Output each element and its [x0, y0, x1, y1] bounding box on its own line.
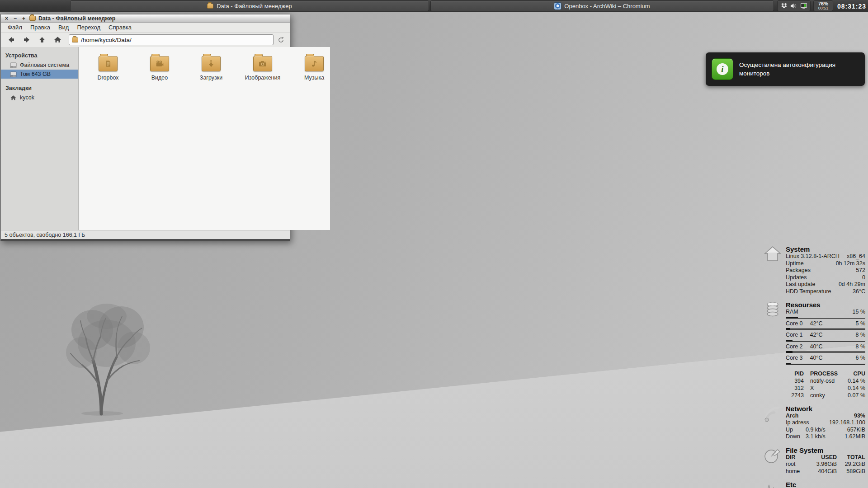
notification-message: Осуществлена автоконфигурация мониторов: [739, 61, 852, 78]
statusbar: 5 объектов, свободно 166,1 ГБ: [1, 230, 290, 239]
folder-label: Видео: [151, 75, 168, 81]
file-view: Dropbox Видео: [79, 47, 330, 230]
up-icon: [38, 36, 46, 43]
camera-emblem-icon: [258, 60, 267, 68]
menu-edit[interactable]: Правка: [27, 23, 53, 32]
volume-icon[interactable]: [790, 3, 797, 9]
conky-section-title: Etc: [786, 481, 865, 488]
conky-resources-section: Resourses RAM15 % Core 042°C5 % Core 142…: [763, 301, 865, 366]
sidebar-item-label: Том 643 GB: [20, 71, 51, 77]
menu-file[interactable]: Файл: [5, 23, 25, 32]
core3-bar: [786, 363, 865, 365]
forward-icon: [23, 36, 30, 43]
maximize-icon[interactable]: +: [21, 16, 27, 21]
sidebar-item-label: kycok: [20, 94, 34, 101]
folder-label: Изображения: [245, 75, 281, 81]
up-button[interactable]: [35, 34, 49, 46]
system-tray: [778, 1, 810, 11]
menu-view[interactable]: Вид: [55, 23, 72, 32]
folder-item-video[interactable]: Видео: [144, 56, 175, 81]
conky-etc-section: Etc 1 new messages in main: [763, 481, 865, 488]
folder-item-pictures[interactable]: Изображения: [247, 56, 278, 81]
home-icon: [54, 36, 61, 43]
back-icon: [8, 36, 15, 43]
conky-network-section: Network Arch93% Ip adress192.168.1.100 U…: [763, 405, 865, 441]
devices-header: Устройства: [1, 51, 78, 61]
folder-icon: [29, 16, 36, 21]
home-button[interactable]: [51, 34, 64, 46]
taskbar-item-label: Openbox - ArchWiki – Chromium: [564, 3, 650, 9]
folder-item-downloads[interactable]: Загрузки: [195, 56, 227, 81]
conky-monitor: System Linux 3.12.8-1-ARCHx86_64 Uptime0…: [763, 245, 865, 488]
menubar: Файл Правка Вид Переход Справка: [1, 23, 290, 33]
toolbar: [1, 33, 290, 47]
conky-section-title: Network: [786, 405, 865, 413]
menu-go[interactable]: Переход: [74, 23, 104, 32]
sidebar-item-filesystem[interactable]: Файловая система: [1, 61, 78, 70]
menu-help[interactable]: Справка: [105, 23, 135, 32]
taskbar-item-label: Data - Файловый менеджер: [217, 3, 292, 9]
sidebar: Устройства Файловая система Том 643 GB: [1, 47, 79, 230]
folder-icon: [207, 4, 213, 9]
reload-button[interactable]: [275, 34, 286, 45]
music-note-emblem-icon: [310, 60, 318, 68]
top-panel: Data - Файловый менеджер Openbox - ArchW…: [0, 0, 868, 12]
battery-indicator[interactable]: 76% 00:51: [814, 1, 833, 11]
folder-label: Dropbox: [97, 75, 118, 81]
core1-bar: [786, 340, 865, 342]
forward-button[interactable]: [20, 34, 33, 46]
folder-icon: [202, 56, 221, 71]
folder-item-dropbox[interactable]: Dropbox: [92, 56, 124, 81]
bookmarks-header: Закладки: [1, 83, 78, 93]
battery-time: 00:51: [818, 6, 829, 10]
path-bar: [69, 34, 274, 45]
pulse-icon: [763, 481, 782, 488]
folder-item-music[interactable]: Музыка: [298, 56, 330, 81]
cpu-icon: [763, 301, 782, 366]
statusbar-text: 5 объектов, свободно 166,1 ГБ: [5, 232, 85, 238]
sidebar-item-home[interactable]: kycok: [1, 93, 78, 102]
conky-system-section: System Linux 3.12.8-1-ARCHx86_64 Uptime0…: [763, 245, 865, 295]
reload-icon: [278, 37, 284, 43]
info-icon: i: [712, 59, 733, 80]
path-input[interactable]: [81, 37, 270, 43]
clock: 08:31:23: [837, 0, 866, 12]
house-icon: [763, 245, 782, 295]
folder-icon: [150, 56, 169, 71]
core2-bar: [786, 351, 865, 353]
folder-icon: [253, 56, 272, 71]
document-emblem-icon: [104, 60, 112, 68]
folder-icon: [305, 56, 324, 71]
drive-icon: [10, 71, 17, 77]
window-title: Data - Файловый менеджер: [38, 15, 115, 22]
battery-percent: 76%: [818, 1, 828, 6]
conky-section-title: File System: [786, 446, 865, 454]
conky-section-title: Resourses: [786, 301, 865, 309]
close-icon[interactable]: ×: [4, 16, 9, 21]
wallpaper-tree: [63, 298, 158, 420]
folder-icon: [72, 38, 78, 42]
core0-bar: [786, 328, 865, 330]
network-icon: [763, 405, 782, 441]
drive-icon: [10, 62, 17, 68]
window-titlebar[interactable]: × − + Data - Файловый менеджер: [1, 14, 290, 23]
display-monitor-icon[interactable]: [800, 3, 807, 9]
disk-pie-icon: [763, 446, 782, 475]
dropbox-icon[interactable]: [781, 3, 788, 9]
notification-popup[interactable]: i Осуществлена автоконфигурация мониторо…: [706, 52, 865, 86]
folder-icon: [99, 56, 118, 71]
minimize-icon[interactable]: −: [12, 16, 18, 21]
file-manager-window: × − + Data - Файловый менеджер Файл Прав…: [0, 14, 290, 241]
back-button[interactable]: [5, 34, 18, 46]
conky-filesystem-section: File System DIR USED TOTAL root 3.96GiB …: [763, 446, 865, 475]
folder-label: Музыка: [304, 75, 324, 81]
video-emblem-icon: [155, 60, 164, 68]
folder-label: Загрузки: [200, 75, 222, 81]
ram-bar: [786, 317, 865, 319]
sidebar-item-volume[interactable]: Том 643 GB: [1, 70, 78, 79]
download-emblem-icon: [207, 60, 215, 68]
taskbar-item-chromium[interactable]: Openbox - ArchWiki – Chromium: [431, 1, 774, 11]
home-icon: [10, 95, 17, 101]
taskbar-item-filemanager[interactable]: Data - Файловый менеджер: [71, 1, 429, 11]
conky-process-table: PID PROCESS CPU 394 notify-osd 0.14 % 31…: [786, 371, 865, 399]
